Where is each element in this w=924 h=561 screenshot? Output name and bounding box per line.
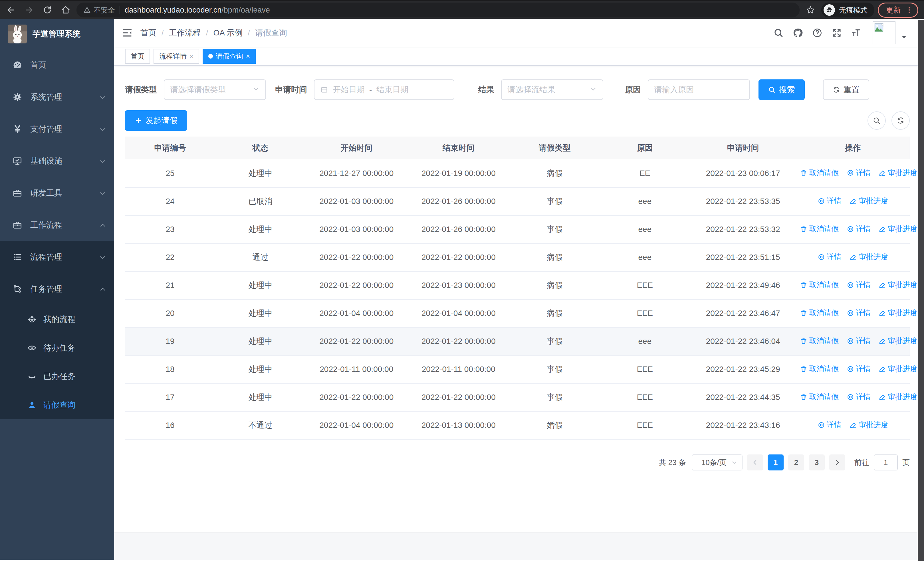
action-detail-link[interactable]: 详情 (818, 420, 842, 430)
reset-button[interactable]: 重置 (823, 80, 869, 100)
broken-image-icon (874, 23, 884, 32)
table-cell: 16 (125, 411, 215, 439)
prev-page-icon[interactable] (747, 454, 763, 471)
action-progress-link[interactable]: 审批进度 (879, 336, 917, 346)
avatar[interactable] (873, 21, 896, 44)
actions-cell: 取消请假详情审批进度 (796, 271, 910, 299)
action-detail-link[interactable]: 详情 (818, 252, 842, 262)
tag-leave-query[interactable]: 请假查询 × (202, 49, 256, 64)
table-cell: 2022-01-23 00:06:17 (690, 159, 796, 187)
table-cell: 事假 (510, 355, 600, 384)
action-detail-link[interactable]: 详情 (847, 280, 871, 290)
sidebar-item-leave-query[interactable]: 请假查询 (0, 391, 114, 419)
sidebar-item-done-tasks[interactable]: 已办任务 (0, 362, 114, 391)
action-cancel-link[interactable]: 取消请假 (800, 280, 838, 290)
sidebar-item-label: 待办任务 (44, 343, 75, 353)
breadcrumb-oa[interactable]: OA 示例 (213, 27, 243, 38)
sidebar-item-process-mgmt[interactable]: 流程管理 (0, 241, 114, 273)
breadcrumb-home[interactable]: 首页 (140, 27, 156, 38)
table-cell: 2022-01-04 00:00:00 (408, 299, 510, 327)
goto-page-input[interactable]: 1 (874, 454, 898, 471)
create-leave-button[interactable]: 发起请假 (125, 110, 187, 131)
tag-process-detail[interactable]: 流程详情 × (153, 49, 199, 64)
bookmark-star-icon[interactable] (803, 3, 818, 17)
action-detail-link[interactable]: 详情 (847, 364, 871, 374)
action-progress-link[interactable]: 审批进度 (849, 196, 888, 206)
action-detail-link[interactable]: 详情 (818, 196, 842, 206)
action-detail-link[interactable]: 详情 (847, 308, 871, 318)
sidebar-item-workflow[interactable]: 工作流程 (0, 209, 114, 241)
action-cancel-link[interactable]: 取消请假 (800, 336, 838, 346)
sidebar-item-home[interactable]: 首页 (0, 49, 114, 81)
sidebar-item-system[interactable]: 系统管理 (0, 81, 114, 113)
page-button-2[interactable]: 2 (788, 454, 804, 471)
leave-type-select[interactable]: 请选择请假类型 (164, 80, 266, 100)
action-progress-link[interactable]: 审批进度 (879, 280, 917, 290)
github-icon[interactable] (790, 26, 805, 40)
sidebar-item-task-mgmt[interactable]: 任务管理 (0, 273, 114, 305)
action-detail-link[interactable]: 详情 (847, 392, 871, 402)
date-range-picker[interactable]: 开始日期 - 结束日期 (314, 80, 454, 100)
action-detail-link[interactable]: 详情 (847, 168, 871, 178)
chevron-up-icon (99, 286, 106, 292)
sidebar-item-infra[interactable]: 基础设施 (0, 145, 114, 177)
table-cell: 2022-01-04 00:00:00 (306, 411, 408, 439)
close-icon[interactable]: × (189, 52, 194, 60)
table-row: 17处理中2022-01-22 00:00:002022-01-22 00:00… (125, 384, 910, 411)
trash-icon (800, 393, 807, 401)
action-progress-link[interactable]: 审批进度 (879, 168, 917, 178)
browser-back-icon[interactable] (3, 3, 18, 17)
action-progress-link[interactable]: 审批进度 (879, 224, 917, 234)
action-progress-link[interactable]: 审批进度 (879, 308, 917, 318)
action-cancel-link[interactable]: 取消请假 (800, 224, 838, 234)
breadcrumb-workflow[interactable]: 工作流程 (169, 27, 201, 38)
browser-reload-icon[interactable] (40, 3, 55, 17)
action-cancel-link[interactable]: 取消请假 (800, 168, 838, 178)
url-bar[interactable]: 不安全 dashboard.yudao.iocoder.cn/bpm/oa/le… (76, 3, 800, 17)
sidebar-item-payment[interactable]: 支付管理 (0, 113, 114, 145)
action-progress-link[interactable]: 审批进度 (849, 420, 888, 430)
edit-pen-icon (879, 365, 886, 373)
sidebar-item-devtools[interactable]: 研发工具 (0, 177, 114, 209)
help-icon[interactable] (810, 26, 825, 40)
next-page-icon[interactable] (829, 454, 845, 471)
action-cancel-link[interactable]: 取消请假 (800, 308, 838, 318)
action-progress-link[interactable]: 审批进度 (879, 392, 917, 402)
action-detail-link[interactable]: 详情 (847, 224, 871, 234)
sidebar-item-my-process[interactable]: 我的流程 (0, 305, 114, 334)
browser-forward-icon[interactable] (22, 3, 36, 17)
result-select[interactable]: 请选择流结果 (501, 80, 603, 100)
page-button-3[interactable]: 3 (809, 454, 825, 471)
browser-home-icon[interactable] (58, 3, 73, 17)
sidebar-logo[interactable]: 芋道管理系统 (0, 19, 114, 49)
page-size-select[interactable]: 10条/页 (692, 454, 742, 471)
reason-input[interactable]: 请输入原因 (648, 80, 750, 100)
show-search-toggle-icon[interactable] (867, 111, 886, 130)
table-cell: 19 (125, 327, 215, 355)
action-cancel-link[interactable]: 取消请假 (800, 364, 838, 374)
tag-home[interactable]: 首页 (125, 49, 150, 64)
page-scrollbar[interactable] (918, 20, 924, 561)
page-button-1[interactable]: 1 (768, 454, 784, 471)
refresh-table-icon[interactable] (891, 111, 910, 130)
caret-down-icon[interactable] (901, 32, 907, 42)
font-size-icon[interactable] (849, 26, 864, 40)
security-chip[interactable]: 不安全 (83, 5, 115, 15)
sidebar-item-todo-tasks[interactable]: 待办任务 (0, 334, 114, 362)
action-progress-link[interactable]: 审批进度 (849, 252, 888, 262)
kebab-menu-icon[interactable] (906, 6, 913, 14)
header-search-icon[interactable] (771, 26, 786, 40)
table-cell: 2022-01-22 00:00:00 (408, 244, 510, 271)
search-button[interactable]: 搜索 (759, 80, 805, 100)
sidebar-collapse-icon[interactable] (114, 18, 140, 47)
eye-closed-icon (27, 372, 36, 381)
fullscreen-icon[interactable] (829, 26, 844, 40)
view-icon (847, 226, 854, 233)
browser-update-button[interactable]: 更新 (878, 3, 918, 18)
action-progress-link[interactable]: 审批进度 (879, 364, 917, 374)
sidebar-item-label: 系统管理 (30, 92, 99, 102)
robot-icon (27, 315, 36, 324)
action-detail-link[interactable]: 详情 (847, 336, 871, 346)
action-cancel-link[interactable]: 取消请假 (800, 392, 838, 402)
close-icon[interactable]: × (246, 52, 250, 60)
